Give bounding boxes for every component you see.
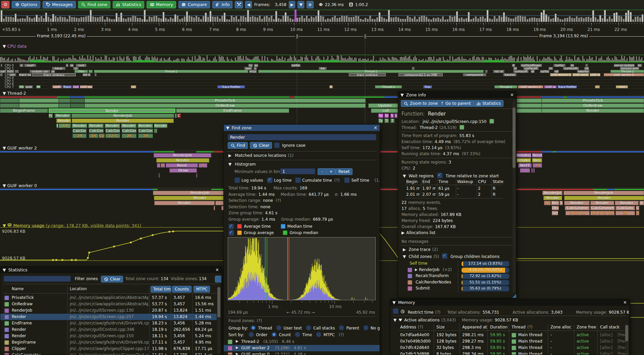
table-row[interactable]: Renderjni/../jni/src/guif/Screen.cpp:150… — [0, 333, 217, 339]
statistics-button[interactable]: Statistics — [113, 1, 144, 8]
close-icon[interactable]: ✕ — [215, 267, 219, 272]
timeline-zone[interactable]: 17 — [544, 201, 551, 205]
timeline-zone[interactable]: RerFF — [518, 163, 532, 168]
radio-group-no-grouping[interactable] — [363, 325, 369, 330]
timeline-zone[interactable]: S — [394, 114, 397, 118]
scrollbar-thumb[interactable] — [513, 107, 516, 168]
timeline-zone[interactable]: Render — [615, 201, 639, 205]
find-button[interactable]: Find — [228, 142, 248, 149]
cpu-zone[interactable]: ot — [531, 70, 535, 73]
cpu-zone[interactable]: s — [254, 67, 257, 70]
time-ruler[interactable]: +55.83 s1 ms2 ms3 ms4 ms5 ms6 ms7 ms8 ms… — [0, 23, 644, 34]
prev-frame-button[interactable]: ◀ — [245, 1, 252, 8]
find-zone-search-input[interactable] — [228, 134, 376, 140]
timeline-zone[interactable]: Render — [517, 158, 531, 163]
timeline-zone[interactable]: Rer — [551, 201, 559, 205]
cpu-zone[interactable]: Th — [19, 85, 24, 88]
allocation-row[interactable]: 0x7dfaa64e00192 bytes298.21 ms59.95 sMai… — [390, 332, 625, 338]
memory-column-header[interactable]: Zone free — [577, 325, 598, 329]
cpu-zone[interactable] — [595, 85, 600, 88]
cpu-zone[interactable]: Thread-2 — [94, 70, 248, 73]
cpu-zone[interactable]: si — [73, 67, 78, 70]
cpu-zone[interactable]: Trac — [423, 85, 432, 88]
timeline-zone[interactable] — [70, 98, 85, 103]
cpu-zone[interactable]: surfac — [553, 64, 566, 67]
memory-column-header[interactable]: Thread(?) — [512, 325, 534, 329]
cpu-zone[interactable]: sysk — [25, 85, 33, 88]
table-row[interactable]: RenderJobjni/../jni/src/guif/Screen.cpp:… — [0, 307, 217, 314]
info-button[interactable]: Info — [212, 1, 233, 8]
cpu-zone[interactable]: kw — [319, 67, 327, 70]
radio-sort-order[interactable] — [249, 332, 254, 337]
timeline-zone[interactable] — [19, 103, 59, 108]
resize-grip[interactable] — [512, 294, 516, 298]
timeline-zone[interactable]: C — [636, 206, 639, 210]
cpu-zone[interactable]: te — [637, 64, 642, 67]
timeline-zone[interactable] — [517, 98, 542, 103]
timeline-zone[interactable] — [533, 168, 535, 173]
timeline-zone[interactable]: CalcGeome — [89, 129, 104, 133]
cpu-zone[interactable]: system_ser — [30, 70, 50, 73]
timeline-zone[interactable]: T — [390, 119, 394, 123]
allocation-row[interactable]: 0x7e049b3d00128 bytes298.27 ms59.95 sMai… — [390, 338, 625, 345]
cpu-zone[interactable]: rot_ot — [493, 70, 504, 73]
close-icon[interactable]: ✕ — [374, 125, 377, 130]
memory-column-header[interactable]: Call stack — [600, 325, 621, 329]
cpu-zone[interactable]: syst — [616, 85, 628, 88]
wait-regions-row[interactable]: ▼Wait regions Time relative to zone star… — [403, 173, 500, 178]
timeline-zone[interactable]: Rende — [56, 119, 71, 123]
group-children-checkbox[interactable] — [442, 253, 447, 259]
timeline-zone[interactable]: 4C 9 Ct 10 — [590, 211, 614, 215]
thread-section-label[interactable]: ▼ GUIF worker 2 — [3, 145, 37, 150]
child-zone-row[interactable]: ▶RenderJob(×2)4.16 ms (92.60%) — [398, 267, 512, 273]
timeline-zone[interactable]: Render — [156, 158, 209, 163]
time-relative-checkbox[interactable] — [437, 173, 443, 178]
timeline-zone[interactable]: Rend — [532, 153, 542, 158]
cpu-zone[interactable]: GUIF w — [544, 85, 557, 88]
timeline-zone[interactable] — [0, 103, 19, 108]
timeline-zone[interactable]: R — [639, 201, 644, 205]
clear-button[interactable]: Clear — [250, 142, 272, 149]
cpu-zone[interactable]: Thre — [74, 70, 88, 73]
thread-section-label[interactable]: ▼ Thread-2 — [3, 91, 26, 96]
cpu-zone[interactable]: surfacefli — [563, 67, 579, 70]
cpu-zone[interactable]: kw.gr — [52, 67, 65, 70]
timeline-zone[interactable]: 18 — [59, 124, 71, 128]
timeline-zone[interactable]: C — [177, 114, 181, 118]
timeline-zone[interactable] — [531, 168, 533, 173]
timeline-zone[interactable]: Render — [49, 108, 175, 113]
timeline-zone[interactable]: CalcGeo — [72, 129, 87, 133]
legend-checkbox[interactable] — [228, 224, 234, 229]
timeline-zone[interactable]: 9 CC 11 — [566, 211, 590, 215]
cpu-zone[interactable]: Thread-2 — [610, 70, 644, 73]
timeline-zone[interactable]: CalcGeo — [615, 206, 635, 210]
timeline-zone[interactable] — [59, 98, 70, 103]
memory-column-header[interactable]: Duration — [490, 325, 509, 329]
timeline-zone[interactable]: OnRedraw — [85, 103, 366, 108]
memory-column-header[interactable]: Size — [436, 325, 446, 329]
cpu-zone[interactable]: tracy_systrace — [32, 73, 76, 76]
zone-trace-row[interactable]: ▶Zone trace(2) — [403, 247, 440, 252]
statistics-button[interactable]: Statistics — [473, 100, 503, 107]
cpu-zone[interactable]: Thread-2 — [258, 70, 484, 73]
cpu-zone[interactable]: aux — [244, 67, 252, 70]
scrollbar-thumb[interactable] — [217, 287, 220, 317]
child-zones-row[interactable]: ▼Child zones(5) Group children locations — [403, 253, 501, 259]
timeline-zone[interactable]: Render — [138, 124, 153, 128]
timeline-zone[interactable] — [517, 103, 542, 108]
timeline-zone[interactable]: Render — [542, 108, 644, 113]
cpu-zone[interactable]: surface — [291, 64, 301, 67]
cpu-zone[interactable]: tracy_systrace — [349, 73, 386, 76]
next-frame-button[interactable]: ▶ — [289, 1, 296, 8]
radio-group-thread[interactable] — [251, 325, 256, 330]
cpu-zone[interactable]: au — [254, 64, 258, 67]
timeline-zone[interactable]: 24 — [615, 211, 635, 215]
checkbox-cumulate-time[interactable] — [295, 177, 301, 183]
timeline-zone[interactable]: RenderJob — [154, 153, 211, 158]
cpu-zone[interactable] — [95, 73, 97, 76]
active-allocations-row[interactable]: ▼♥Active allocations(3,043)Memory usage:… — [393, 318, 520, 322]
timeline-zone[interactable]: OnRedraw — [542, 103, 644, 108]
cpu-zone[interactable]: (a — [248, 64, 253, 67]
timeline-zone[interactable]: S — [559, 201, 563, 205]
timeline-zone[interactable]: RenderJ — [516, 153, 531, 158]
